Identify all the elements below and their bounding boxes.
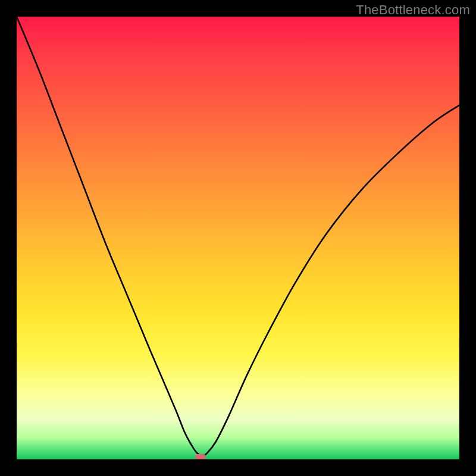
plot-area	[17, 17, 459, 459]
watermark-text: TheBottleneck.com	[356, 2, 470, 18]
optimal-marker	[195, 454, 206, 459]
bottleneck-curve	[17, 17, 459, 459]
chart-frame: TheBottleneck.com	[0, 0, 476, 476]
